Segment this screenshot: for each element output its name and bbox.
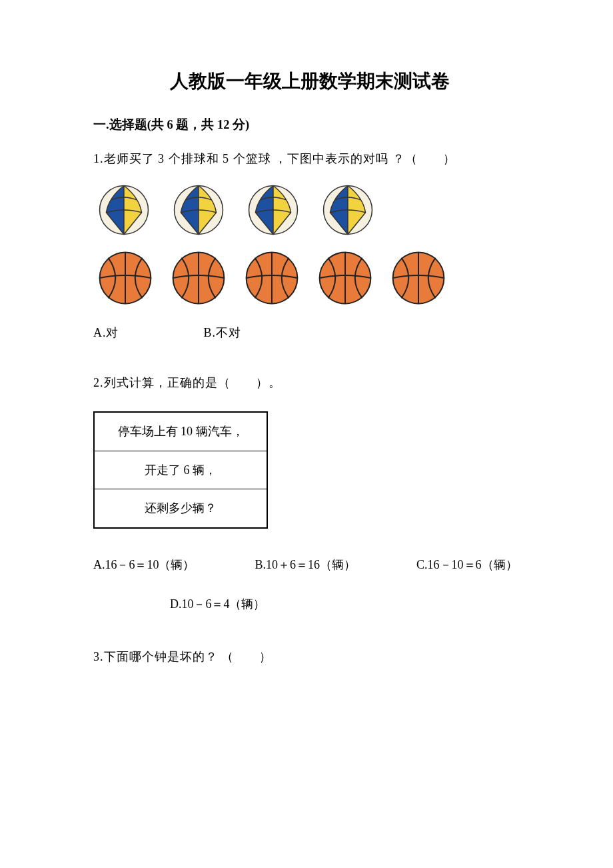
q1-option-a: A.对: [93, 323, 200, 343]
q3-text: 3.下面哪个钟是坏的？ （ ）: [93, 647, 526, 667]
q2-box-row3: 还剩多少辆？: [95, 489, 267, 527]
volleyball-icon: [322, 185, 373, 235]
basketball-icon: [99, 251, 152, 305]
q2-problem-box: 停车场上有 10 辆汽车， 开走了 6 辆， 还剩多少辆？: [93, 411, 268, 529]
volleyball-icon: [173, 185, 224, 235]
basketball-icon: [318, 251, 372, 305]
basketball-icon: [172, 251, 225, 305]
q1-text: 1.老师买了 3 个排球和 5 个篮球 ，下图中表示的对吗 ？（ ）: [93, 149, 526, 169]
q2-options-row2: D.10－6＝4（辆）: [93, 595, 526, 614]
q2-box-row1: 停车场上有 10 辆汽车，: [95, 413, 267, 451]
volleyball-icon: [248, 185, 299, 235]
page-title: 人教版一年级上册数学期末测试卷: [93, 67, 526, 97]
q1-option-b: B.不对: [204, 323, 242, 343]
basketball-icon: [392, 251, 445, 305]
volleyball-icon: [99, 185, 149, 235]
q2-box-row2: 开走了 6 辆，: [95, 451, 267, 490]
q2-option-c: C.16－10＝6（辆）: [416, 555, 518, 575]
q1-basketballs-row: [99, 251, 526, 305]
q2-option-d: D.10－6＝4（辆）: [170, 597, 266, 611]
basketball-icon: [245, 251, 299, 305]
q2-options-row1: A.16－6＝10（辆） B.10＋6＝16（辆） C.16－10＝6（辆）: [93, 555, 526, 575]
q2-option-a: A.16－6＝10（辆）: [93, 555, 252, 575]
q1-volleyballs-row: [99, 185, 526, 235]
section-1-heading: 一.选择题(共 6 题，共 12 分): [93, 115, 526, 135]
q1-options: A.对 B.不对: [93, 323, 526, 343]
q2-text: 2.列式计算，正确的是（ ）。: [93, 373, 526, 393]
q2-option-b: B.10＋6＝16（辆）: [255, 555, 414, 575]
